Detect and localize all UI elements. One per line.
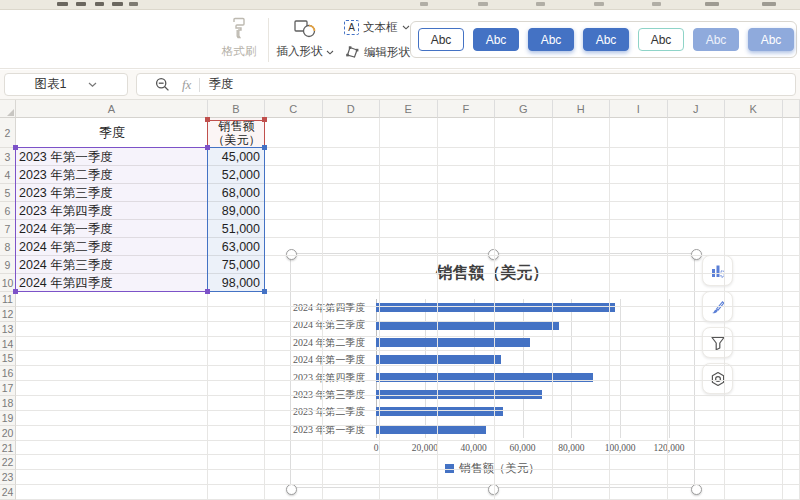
row-header-16[interactable]: 16	[0, 366, 16, 381]
row-header-13[interactable]: 13	[0, 322, 16, 337]
column-header-F[interactable]: F	[438, 100, 496, 118]
cell-A4-quarter[interactable]: 2023 年第二季度	[16, 166, 208, 184]
cell-B6-sales[interactable]: 89,000	[208, 202, 265, 220]
row-header-20[interactable]: 20	[0, 426, 16, 441]
row-header-8[interactable]: 8	[0, 238, 16, 256]
insert-shape-button[interactable]: 插入形状	[272, 16, 338, 59]
style-preset-button-1[interactable]: Abc	[418, 28, 464, 51]
row-header-24[interactable]: 24	[0, 485, 16, 500]
chart-bar[interactable]	[376, 407, 503, 416]
chart-filter-button[interactable]	[702, 327, 733, 358]
column-header-C[interactable]: C	[265, 100, 323, 118]
style-preset-button-7[interactable]: Abc	[748, 28, 794, 51]
chart-bar[interactable]	[376, 338, 530, 347]
style-preset-button-4[interactable]: Abc	[583, 28, 629, 51]
row-header-23[interactable]: 23	[0, 470, 16, 485]
gridline	[16, 440, 800, 441]
cell-A9-quarter[interactable]: 2024 年第三季度	[16, 256, 208, 274]
cell-B7-sales[interactable]: 51,000	[208, 220, 265, 238]
column-header-B[interactable]: B	[208, 100, 265, 118]
chevron-down-icon	[326, 50, 334, 55]
select-all-corner[interactable]	[0, 100, 16, 118]
row-header-9[interactable]: 9	[0, 256, 16, 274]
row-header-19[interactable]: 19	[0, 411, 16, 426]
cell-B2-sales-header[interactable]: 销售额 （美元）	[208, 118, 265, 148]
cell-A2-quarter-header[interactable]: 季度	[16, 118, 208, 148]
zoom-magnifier-icon[interactable]	[155, 77, 170, 92]
column-header-E[interactable]: E	[380, 100, 438, 118]
text-box-button[interactable]: A 文本框	[344, 20, 410, 35]
chart-selection-handle[interactable]	[286, 249, 297, 260]
row-header-12[interactable]: 12	[0, 307, 16, 322]
chart-type-button[interactable]	[702, 255, 733, 286]
row-header-7[interactable]: 7	[0, 220, 16, 238]
chart-category-label[interactable]: 2023 年第二季度	[293, 403, 372, 420]
row-header-11[interactable]: 11	[0, 292, 16, 307]
fill-handle[interactable]	[205, 145, 210, 150]
formula-input[interactable]: fx 季度	[136, 73, 796, 96]
chart-bar[interactable]	[376, 321, 559, 330]
style-preset-button-2[interactable]: Abc	[473, 28, 519, 51]
fill-handle[interactable]	[262, 117, 267, 122]
row-header-2[interactable]: 2	[0, 118, 16, 148]
row-header-21[interactable]: 21	[0, 441, 16, 456]
row-header-14[interactable]: 14	[0, 337, 16, 352]
cell-A10-quarter[interactable]: 2024 年第四季度	[16, 274, 208, 292]
cell-B8-sales[interactable]: 63,000	[208, 238, 265, 256]
shape-style-gallery: AbcAbcAbcAbcAbcAbcAbc	[410, 21, 797, 58]
chart-selection-handle[interactable]	[691, 249, 702, 260]
row-header-6[interactable]: 6	[0, 202, 16, 220]
column-header-G[interactable]: G	[495, 100, 553, 118]
row-header-4[interactable]: 4	[0, 166, 16, 184]
fill-handle[interactable]	[205, 117, 210, 122]
fill-handle[interactable]	[13, 289, 18, 294]
fx-icon[interactable]: fx	[182, 77, 191, 93]
column-header-partial[interactable]	[783, 100, 800, 118]
fill-handle[interactable]	[205, 289, 210, 294]
chart-category-label[interactable]: 2023 年第四季度	[293, 369, 372, 386]
chart-selection-handle[interactable]	[286, 484, 297, 495]
column-header-D[interactable]: D	[323, 100, 381, 118]
cell-B9-sales[interactable]: 75,000	[208, 256, 265, 274]
chart-tick-label[interactable]: 120,000	[639, 443, 699, 453]
row-header-15[interactable]: 15	[0, 351, 16, 366]
cell-B5-sales[interactable]: 68,000	[208, 184, 265, 202]
row-header-22[interactable]: 22	[0, 455, 16, 470]
format-painter-button[interactable]: 格式刷	[213, 16, 265, 59]
gridline	[16, 321, 800, 322]
fill-handle[interactable]	[13, 145, 18, 150]
row-header-17[interactable]: 17	[0, 381, 16, 396]
column-header-A[interactable]: A	[16, 100, 208, 118]
cell-B4-sales[interactable]: 52,000	[208, 166, 265, 184]
chart-settings-button[interactable]	[702, 363, 733, 394]
cell-B3-sales[interactable]: 45,000	[208, 148, 265, 166]
chart-bar[interactable]	[376, 355, 501, 364]
style-preset-button-5[interactable]: Abc	[638, 28, 684, 51]
chart-category-label[interactable]: 2024 年第四季度	[293, 299, 372, 316]
fill-handle[interactable]	[262, 145, 267, 150]
chart-bar[interactable]	[376, 425, 486, 434]
chart-selection-handle[interactable]	[691, 484, 702, 495]
cell-A8-quarter[interactable]: 2024 年第二季度	[16, 238, 208, 256]
column-header-I[interactable]: I	[610, 100, 668, 118]
column-header-J[interactable]: J	[668, 100, 726, 118]
name-box[interactable]: 图表1	[4, 73, 128, 96]
chart-bar[interactable]	[376, 303, 615, 312]
chart-container[interactable]: 销售额（美元） 销售额（美元） 2024 年第四季度2024 年第三季度2024…	[290, 253, 695, 488]
style-preset-button-6[interactable]: Abc	[693, 28, 739, 51]
edit-shape-icon	[344, 44, 360, 60]
cell-A7-quarter[interactable]: 2024 年第一季度	[16, 220, 208, 238]
row-header-5[interactable]: 5	[0, 184, 16, 202]
chart-category-label[interactable]: 2024 年第三季度	[293, 316, 372, 333]
chart-category-label[interactable]: 2023 年第一季度	[293, 421, 372, 438]
cell-A3-quarter[interactable]: 2023 年第一季度	[16, 148, 208, 166]
cell-B10-sales[interactable]: 98,000	[208, 274, 265, 292]
cell-A5-quarter[interactable]: 2023 年第三季度	[16, 184, 208, 202]
cell-A6-quarter[interactable]: 2023 年第四季度	[16, 202, 208, 220]
style-preset-button-3[interactable]: Abc	[528, 28, 574, 51]
column-header-H[interactable]: H	[553, 100, 611, 118]
fill-handle[interactable]	[262, 289, 267, 294]
row-header-3[interactable]: 3	[0, 148, 16, 166]
column-header-K[interactable]: K	[725, 100, 783, 118]
row-header-18[interactable]: 18	[0, 396, 16, 411]
